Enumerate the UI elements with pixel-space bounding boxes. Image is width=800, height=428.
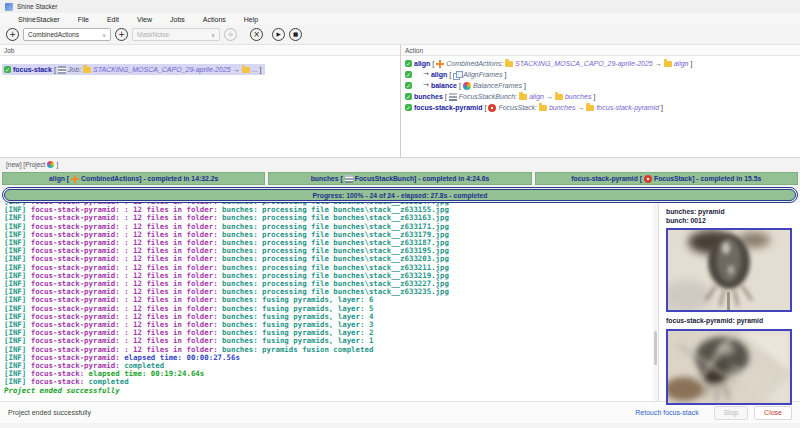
preview-panel: bunches: pyramid bunch: 0012 focus-sta (658, 203, 800, 401)
folder-icon (519, 94, 527, 100)
stack-preview-image[interactable] (666, 329, 792, 405)
source-folder: bunches (549, 102, 575, 113)
log-scrollbar-thumb[interactable] (654, 331, 657, 365)
job-row-focus-stack[interactable]: ✓ focus-stack [ Job: STACKING_MOSCA_CAPO… (2, 64, 265, 75)
folder-icon (664, 61, 672, 67)
main-area: [INF] focus-stack-pyramid: : 12 files in… (0, 203, 800, 401)
log-line: Project ended successfully (4, 387, 658, 395)
bunch-preview-id: bunch: 0012 (666, 217, 793, 226)
close-button[interactable]: Close (754, 406, 792, 420)
action-type-value: CombinedActions (28, 31, 79, 38)
menu-item-actions[interactable]: Actions (194, 16, 235, 23)
window-title: Shine Stacker (17, 3, 57, 10)
job-dest-folder: ... (252, 64, 258, 75)
retouch-focus-stack-button[interactable]: Retouch focus-stack (626, 407, 707, 419)
job-panel-header: Job (0, 45, 400, 56)
progress-text: Progress: 100% - 24 of 24 - elapsed: 27.… (313, 192, 488, 199)
action-name: align (431, 69, 447, 80)
project-tab-prefix: [new] [Project (6, 161, 45, 168)
completed-segment-align: align [CombinedActions] - completed in 1… (2, 172, 265, 185)
menu-item-help[interactable]: Help (235, 16, 267, 23)
bracket: [ (459, 80, 461, 91)
job-type: Job: (68, 64, 81, 75)
action-type: BalanceFrames (473, 80, 522, 91)
menu-item-view[interactable]: View (128, 16, 161, 23)
run-button[interactable]: ▶ (272, 28, 285, 41)
folder-icon (83, 67, 91, 73)
arrow-icon: → (577, 102, 584, 113)
segment-status: CombinedActions] - completed in 14:32.2s (81, 175, 218, 182)
menu-bar: ShineStackerFileEditViewJobsActionsHelp (0, 13, 800, 25)
job-panel-body[interactable]: ✓ focus-stack [ Job: STACKING_MOSCA_CAPO… (0, 56, 400, 157)
arrow-icon: → (233, 64, 240, 75)
action-row-focus-stack-pyramid[interactable]: ✓focus-stack-pyramid[FocusStack:bunches→… (403, 102, 798, 113)
menu-item-file[interactable]: File (69, 16, 98, 23)
action-row-align[interactable]: ✓align[CombinedActions:STACKING_MOSCA_CA… (403, 58, 798, 69)
balance-frames-icon (463, 82, 471, 90)
dest-folder: focus-stack-pyramid (596, 102, 659, 113)
action-panel-body[interactable]: ✓align[CombinedActions:STACKING_MOSCA_CA… (401, 56, 800, 157)
job-name: focus-stack (13, 64, 52, 75)
log-segment: Project ended successfully (4, 386, 120, 395)
action-name: align (414, 58, 430, 69)
title-bar: Shine Stacker (0, 0, 800, 13)
folder-icon (555, 94, 563, 100)
delete-button[interactable]: × (250, 28, 263, 41)
arrow-icon: → (655, 58, 662, 69)
chevron-down-icon: ∨ (102, 32, 106, 38)
add-job-button[interactable]: + (6, 28, 19, 41)
focus-stack-icon (488, 104, 496, 112)
action-type-select[interactable]: CombinedActions ∨ (23, 28, 111, 41)
log-console[interactable]: [INF] focus-stack-pyramid: : 12 files in… (0, 203, 658, 401)
completed-segment-focus-stack-pyramid: focus-stack-pyramid [FocusStack] - compl… (535, 172, 798, 185)
action-name: balance (431, 80, 457, 91)
folder-icon (242, 67, 250, 73)
action-type: AlignFrames (463, 69, 502, 80)
menu-item-shinestacker[interactable]: ShineStacker (9, 16, 69, 23)
action-type: CombinedActions: (446, 58, 503, 69)
bracket: [ (449, 69, 451, 80)
segment-name: align [ (49, 175, 69, 182)
focus-stack-icon (644, 175, 652, 183)
menu-item-edit[interactable]: Edit (98, 16, 128, 23)
menu-item-jobs[interactable]: Jobs (161, 16, 194, 23)
bracket: [ (54, 64, 56, 75)
folder-icon (586, 105, 594, 111)
log-segment: bunches: pyramids fusion completed (222, 345, 373, 354)
bracket: ] (504, 69, 506, 80)
tree-panels: Job ✓ focus-stack [ Job: STACKING_MOSCA_… (0, 44, 800, 158)
action-name: focus-stack-pyramid (414, 102, 482, 113)
check-icon: ✓ (405, 71, 412, 78)
indent-arrow-icon: → (423, 80, 429, 91)
job-source-folder: STACKING_MOSCA_CAPO_29-aprile-2025 (93, 64, 231, 75)
completed-actions-bar: align [CombinedActions] - completed in 1… (0, 171, 800, 186)
source-folder: STACKING_MOSCA_CAPO_29-aprile-2025 (515, 58, 653, 69)
check-icon: ✓ (405, 93, 412, 100)
folder-icon (539, 105, 547, 111)
bracket: ] (524, 80, 526, 91)
check-icon: ✓ (4, 66, 11, 73)
project-tab-row: [new] [Project ] (0, 158, 800, 171)
mask-type-select[interactable]: MaskNoise ∨ (132, 28, 220, 41)
stop-button[interactable]: Stop (714, 406, 748, 420)
align-frames-icon (453, 71, 461, 79)
log-scrollbar[interactable] (653, 203, 658, 401)
app-icon (5, 3, 13, 11)
stop-run-button[interactable]: ■ (289, 28, 302, 41)
action-row-align[interactable]: ✓→align[AlignFrames] (403, 69, 798, 80)
add-mask-button[interactable]: + (224, 28, 237, 41)
bunch-preview-title: bunches: pyramid (666, 208, 793, 217)
segment-name: focus-stack-pyramid [ (571, 175, 642, 182)
bracket: [ (484, 102, 486, 113)
progress-bar: Progress: 100% - 24 of 24 - elapsed: 27.… (2, 187, 798, 203)
action-row-balance[interactable]: ✓→balance[BalanceFrames] (403, 80, 798, 91)
focus-stack-bunch-icon (345, 175, 353, 183)
progress-bar-fill: Progress: 100% - 24 of 24 - elapsed: 27.… (4, 189, 796, 201)
bunch-preview-image[interactable] (666, 228, 792, 312)
dest-folder: bunches (565, 91, 591, 102)
action-row-bunches[interactable]: ✓bunches[FocusStackBunch:align→bunches] (403, 91, 798, 102)
add-action-button[interactable]: + (115, 28, 128, 41)
toolbar: + CombinedActions ∨ + MaskNoise ∨ + × ▶ … (0, 25, 800, 44)
status-message: Project ended successfully (8, 409, 91, 416)
mask-type-value: MaskNoise (137, 31, 169, 38)
